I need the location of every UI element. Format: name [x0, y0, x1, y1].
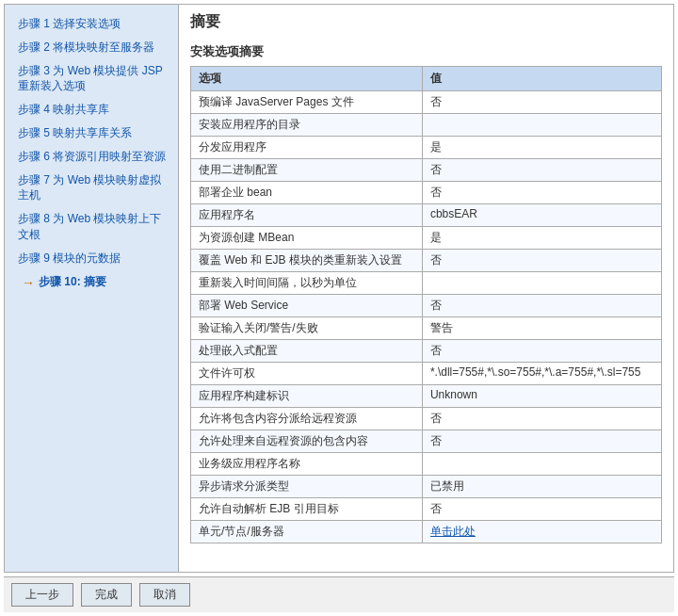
sidebar: 步骤 1 选择安装选项步骤 2 将模块映射至服务器步骤 3 为 Web 模块提供…	[5, 5, 179, 572]
value-cell: 否	[422, 91, 661, 114]
table-row: 预编译 JavaServer Pages 文件否	[191, 91, 662, 114]
sidebar-item-step4[interactable]: 步骤 4 映射共享库	[5, 98, 178, 122]
value-cell: 否	[422, 430, 661, 453]
value-cell: 否	[422, 182, 661, 204]
sidebar-item-step8[interactable]: 步骤 8 为 Web 模块映射上下文根	[5, 207, 178, 247]
sidebar-item-step10[interactable]: →步骤 10: 摘要	[5, 270, 178, 297]
table-row: 分发应用程序是	[191, 137, 662, 159]
option-cell: 预编译 JavaServer Pages 文件	[191, 91, 423, 114]
option-cell: 业务级应用程序名称	[191, 453, 423, 476]
value-cell: 否	[422, 340, 661, 363]
table-row: 允许自动解析 EJB 引用目标否	[191, 498, 662, 521]
option-cell: 允许自动解析 EJB 引用目标	[191, 498, 423, 521]
option-cell: 部署 Web Service	[191, 295, 423, 317]
table-row: 重新装入时间间隔，以秒为单位	[191, 272, 662, 295]
section-title: 安装选项摘要	[190, 43, 662, 60]
table-row: 业务级应用程序名称	[191, 453, 662, 476]
table-header: 值	[422, 67, 661, 91]
option-cell: 文件许可权	[191, 363, 423, 385]
table-row: 安装应用程序的目录	[191, 114, 662, 137]
table-header: 选项	[191, 67, 423, 91]
cancel-button[interactable]: 取消	[139, 583, 190, 607]
sidebar-item-label: 步骤 10: 摘要	[39, 274, 106, 290]
value-cell[interactable]: 单击此处	[422, 521, 661, 543]
back-button[interactable]: 上一步	[11, 583, 73, 607]
sidebar-item-step2[interactable]: 步骤 2 将模块映射至服务器	[5, 36, 178, 59]
value-cell: 否	[422, 295, 661, 317]
option-cell: 应用程序名	[191, 204, 423, 227]
option-cell: 允许将包含内容分派给远程资源	[191, 408, 423, 430]
sidebar-item-step9[interactable]: 步骤 9 模块的元数据	[5, 247, 178, 270]
table-row: 允许将包含内容分派给远程资源否	[191, 408, 662, 430]
table-row: 单元/节点/服务器单击此处	[191, 521, 662, 543]
value-cell: 是	[422, 227, 661, 250]
finish-button[interactable]: 完成	[81, 583, 132, 607]
value-link[interactable]: 单击此处	[430, 525, 476, 538]
table-row: 为资源创建 MBean是	[191, 227, 662, 250]
summary-table: 选项值 预编译 JavaServer Pages 文件否安装应用程序的目录分发应…	[190, 66, 662, 543]
value-cell	[422, 272, 661, 295]
footer: 上一步 完成 取消	[4, 576, 674, 612]
sidebar-item-step6[interactable]: 步骤 6 将资源引用映射至资源	[5, 145, 178, 169]
page-title: 摘要	[190, 12, 662, 36]
table-row: 部署 Web Service否	[191, 295, 662, 317]
option-cell: 验证输入关闭/警告/失败	[191, 317, 423, 340]
value-cell: 警告	[422, 317, 661, 340]
table-row: 覆盖 Web 和 EJB 模块的类重新装入设置否	[191, 250, 662, 272]
sidebar-item-step5[interactable]: 步骤 5 映射共享库关系	[5, 122, 178, 145]
table-row: 应用程序构建标识Unknown	[191, 385, 662, 408]
table-row: 文件许可权*.\dll=755#,*\.so=755#,*\.a=755#,*\…	[191, 363, 662, 385]
option-cell: 为资源创建 MBean	[191, 227, 423, 250]
table-row: 异步请求分派类型已禁用	[191, 476, 662, 498]
table-row: 使用二进制配置否	[191, 159, 662, 182]
content-area: 摘要 安装选项摘要 选项值 预编译 JavaServer Pages 文件否安装…	[179, 5, 673, 572]
sidebar-item-step7[interactable]: 步骤 7 为 Web 模块映射虚拟主机	[5, 169, 178, 208]
option-cell: 安装应用程序的目录	[191, 114, 423, 137]
value-cell: cbbsEAR	[422, 204, 661, 227]
sidebar-item-step1[interactable]: 步骤 1 选择安装选项	[5, 12, 178, 36]
option-cell: 分发应用程序	[191, 137, 423, 159]
option-cell: 单元/节点/服务器	[191, 521, 423, 543]
table-row: 处理嵌入式配置否	[191, 340, 662, 363]
value-cell	[422, 114, 661, 137]
value-cell: 否	[422, 250, 661, 272]
value-cell: 已禁用	[422, 476, 661, 498]
current-indicator-icon: →	[22, 274, 35, 293]
table-row: 允许处理来自远程资源的包含内容否	[191, 430, 662, 453]
option-cell: 处理嵌入式配置	[191, 340, 423, 363]
option-cell: 重新装入时间间隔，以秒为单位	[191, 272, 423, 295]
sidebar-item-step3[interactable]: 步骤 3 为 Web 模块提供 JSP 重新装入选项	[5, 59, 178, 99]
value-cell: 否	[422, 498, 661, 521]
value-cell: 是	[422, 137, 661, 159]
value-cell	[422, 453, 661, 476]
table-row: 验证输入关闭/警告/失败警告	[191, 317, 662, 340]
table-row: 部署企业 bean否	[191, 182, 662, 204]
value-cell: Unknown	[422, 385, 661, 408]
value-cell: 否	[422, 408, 661, 430]
option-cell: 应用程序构建标识	[191, 385, 423, 408]
option-cell: 覆盖 Web 和 EJB 模块的类重新装入设置	[191, 250, 423, 272]
option-cell: 允许处理来自远程资源的包含内容	[191, 430, 423, 453]
option-cell: 使用二进制配置	[191, 159, 423, 182]
option-cell: 部署企业 bean	[191, 182, 423, 204]
value-cell: *.\dll=755#,*\.so=755#,*\.a=755#,*\.sl=7…	[422, 363, 661, 385]
value-cell: 否	[422, 159, 661, 182]
table-row: 应用程序名cbbsEAR	[191, 204, 662, 227]
option-cell: 异步请求分派类型	[191, 476, 423, 498]
